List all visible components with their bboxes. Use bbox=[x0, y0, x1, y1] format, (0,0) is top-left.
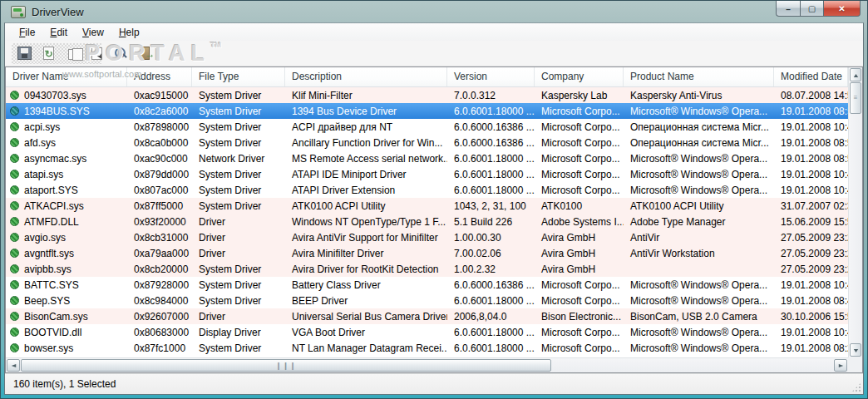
cell-type: Display Driver bbox=[192, 327, 285, 338]
resize-grip-icon[interactable] bbox=[851, 382, 861, 392]
cell-product: Microsoft® Windows® Opera... bbox=[624, 169, 774, 180]
menu-help[interactable]: Help bbox=[111, 25, 147, 40]
table-row[interactable]: avipbb.sys0x8cb20000System DriverAvira D… bbox=[6, 261, 848, 277]
horizontal-scrollbar[interactable]: ◄ ❙❙❙ ► bbox=[6, 357, 848, 372]
scroll-right-button[interactable]: ► bbox=[834, 359, 847, 372]
table-row[interactable]: ataport.SYS0x807ac000System DriverATAPI … bbox=[6, 182, 848, 198]
title-bar[interactable]: DriverView – ▢ ✕ bbox=[4, 1, 864, 22]
minimize-button[interactable]: – bbox=[776, 1, 800, 17]
table-row[interactable]: ATMFD.DLL0x93f20000DriverWindows NT Open… bbox=[6, 214, 848, 229]
horizontal-scroll-thumb[interactable]: ❙❙❙ bbox=[21, 359, 551, 372]
cell-modified: 19.01.2008 08:2 bbox=[774, 342, 848, 354]
column-header-version[interactable]: Version bbox=[447, 67, 535, 86]
cell-desc: ATAPI IDE Miniport Driver bbox=[285, 169, 447, 180]
app-icon bbox=[11, 6, 26, 18]
cell-company: Microsoft Corpo... bbox=[535, 279, 624, 291]
table-row[interactable]: BisonCam.sys0x92607000DriverUniversal Se… bbox=[6, 308, 848, 324]
cell-address: 0xac90c000 bbox=[127, 153, 192, 165]
table-row[interactable]: ATKACPI.sys0x87ff5000System DriverATK010… bbox=[6, 198, 848, 214]
table-row[interactable]: acpi.sys0x87898000System DriverACPI драй… bbox=[6, 119, 848, 135]
cell-desc: Battery Class Driver bbox=[285, 279, 447, 291]
cell-driver: afd.sys bbox=[6, 137, 127, 149]
cell-type: Driver bbox=[192, 232, 285, 244]
column-header-product-name[interactable]: Product Name bbox=[624, 67, 774, 86]
cell-company: Microsoft Corpo... bbox=[535, 295, 624, 307]
cell-desc: Avira AntiVir Support for Minifilter bbox=[285, 232, 447, 244]
exit-button[interactable] bbox=[136, 44, 154, 62]
cell-version: 6.0.6001.18000 ... bbox=[447, 342, 535, 354]
cell-address: 0x93f20000 bbox=[127, 216, 192, 228]
cell-address: 0x80683000 bbox=[127, 327, 192, 338]
cell-company: Avira GmbH bbox=[535, 264, 624, 275]
menu-edit[interactable]: Edit bbox=[42, 25, 75, 40]
cell-desc: 1394 Bus Device Driver bbox=[285, 106, 447, 117]
cell-type: System Driver bbox=[192, 264, 285, 275]
cell-address: 0x8cb20000 bbox=[127, 264, 192, 275]
left-arrow-icon: ◄ bbox=[9, 362, 17, 368]
cell-driver: ataport.SYS bbox=[6, 185, 127, 196]
column-header-address[interactable]: Address bbox=[127, 67, 192, 86]
column-header-driver-name[interactable]: Driver Name bbox=[6, 67, 127, 86]
driver-icon bbox=[10, 91, 19, 100]
cell-product: Microsoft® Windows® Opera... bbox=[624, 153, 774, 165]
table-row[interactable]: BOOTVID.dll0x80683000Display DriverVGA B… bbox=[6, 324, 848, 340]
cell-company: Avira GmbH bbox=[535, 232, 624, 244]
table-row[interactable]: asyncmac.sys0xac90c000Network DriverMS R… bbox=[6, 150, 848, 166]
vertical-scrollbar[interactable]: ▲ ≡ ▼ bbox=[848, 67, 862, 357]
cell-driver: 1394BUS.SYS bbox=[6, 106, 127, 117]
menu-view[interactable]: View bbox=[75, 25, 111, 40]
column-header-description[interactable]: Description bbox=[285, 67, 447, 86]
cell-desc: Universal Serial Bus Camera Driver bbox=[285, 311, 447, 323]
table-row[interactable]: Beep.SYS0x8c984000System DriverBEEP Driv… bbox=[6, 293, 848, 308]
scrollbar-corner bbox=[848, 357, 862, 372]
cell-modified: 19.01.2008 08:5 bbox=[774, 106, 848, 117]
table-row[interactable]: avgio.sys0x8cb31000DriverAvira AntiVir S… bbox=[6, 229, 848, 245]
cell-type: System Driver bbox=[192, 90, 285, 101]
column-header-modified-date[interactable]: Modified Date bbox=[774, 67, 848, 86]
driver-icon bbox=[10, 138, 19, 147]
menu-file[interactable]: File bbox=[12, 25, 42, 40]
cell-driver: asyncmac.sys bbox=[6, 153, 127, 165]
table-row[interactable]: afd.sys0x8ca0b000System DriverAncillary … bbox=[6, 135, 848, 150]
cell-desc: Ancillary Function Driver for Win... bbox=[285, 137, 447, 149]
toolbar: PORTALTM bbox=[5, 41, 863, 66]
find-button[interactable] bbox=[111, 44, 130, 62]
refresh-icon bbox=[43, 47, 54, 60]
cell-driver: BisonCam.sys bbox=[6, 311, 127, 323]
refresh-button[interactable] bbox=[39, 44, 57, 62]
close-button[interactable]: ✕ bbox=[823, 1, 861, 17]
cell-version: 6.0.6001.18000 ... bbox=[447, 327, 535, 338]
thumb-grip-icon: ≡ bbox=[854, 96, 858, 100]
cell-version: 6.0.6000.16386 ... bbox=[447, 279, 535, 291]
copy-icon bbox=[68, 49, 77, 60]
driver-icon bbox=[10, 233, 19, 242]
scroll-left-button[interactable]: ◄ bbox=[7, 359, 20, 372]
cell-type: Network Driver bbox=[192, 153, 285, 165]
cell-product: BisonCam, USB 2.0 Camera bbox=[624, 311, 774, 323]
cell-driver: ATMFD.DLL bbox=[6, 216, 127, 228]
cell-version: 1043, 2, 31, 100 bbox=[447, 200, 535, 212]
table-row[interactable]: BATTC.SYS0x87928000System DriverBattery … bbox=[6, 277, 848, 293]
cell-version: 6.0.6001.18000 ... bbox=[447, 153, 535, 165]
driver-list: www.softportal.com Driver NameAddressFil… bbox=[5, 66, 863, 373]
column-header-file-type[interactable]: File Type bbox=[192, 67, 285, 86]
cell-modified: 27.05.2009 23:2 bbox=[774, 232, 848, 244]
copy-button[interactable] bbox=[63, 44, 81, 62]
maximize-button[interactable]: ▢ bbox=[800, 1, 823, 17]
driver-icon bbox=[10, 312, 19, 321]
cell-version: 6.0.6001.18000 ... bbox=[447, 295, 535, 307]
table-row[interactable]: bowser.sys0x87fc1000System DriverNT Lan … bbox=[6, 340, 848, 356]
table-row[interactable]: atapi.sys0x879dd000System DriverATAPI ID… bbox=[6, 166, 848, 182]
table-row[interactable]: avgntflt.sys0xa79aa000DriverAvira Minifi… bbox=[6, 245, 848, 261]
table-row[interactable]: 1394BUS.SYS0x8c2a6000System Driver1394 B… bbox=[6, 103, 848, 119]
scroll-down-button[interactable]: ▼ bbox=[850, 343, 861, 357]
scroll-up-button[interactable]: ▲ bbox=[850, 68, 861, 81]
properties-button[interactable] bbox=[87, 44, 106, 62]
save-button[interactable] bbox=[15, 44, 33, 62]
vertical-scroll-thumb[interactable]: ≡ bbox=[850, 82, 861, 114]
column-header-company[interactable]: Company bbox=[535, 67, 624, 86]
table-header: Driver NameAddressFile TypeDescriptionVe… bbox=[6, 67, 848, 87]
table-row[interactable]: 09430703.sys0xac915000System DriverKlif … bbox=[6, 87, 848, 103]
up-arrow-icon: ▲ bbox=[851, 72, 859, 78]
cell-modified: 19.01.2008 10:4 bbox=[774, 279, 848, 291]
